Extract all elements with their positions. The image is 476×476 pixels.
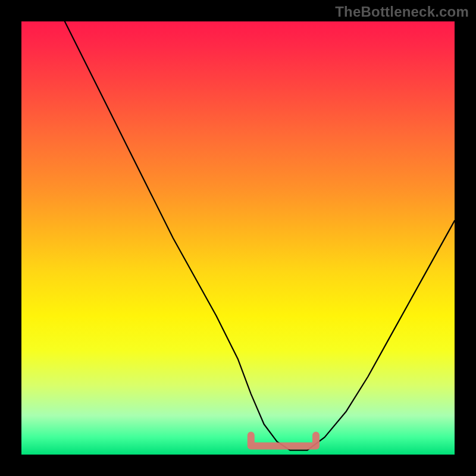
- chart-frame: TheBottleneck.com: [0, 0, 476, 476]
- bottleneck-curve: [65, 21, 455, 450]
- curve-svg: [21, 21, 455, 455]
- bottom-marker: [251, 435, 316, 446]
- watermark-text: TheBottleneck.com: [335, 4, 469, 20]
- plot-area: [21, 21, 455, 455]
